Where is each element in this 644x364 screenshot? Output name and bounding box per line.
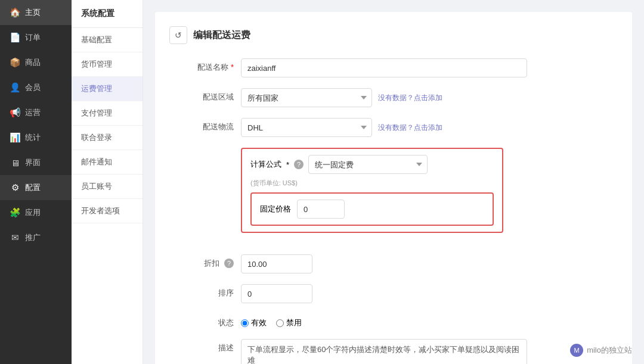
fixed-price-label: 固定价格	[260, 204, 291, 214]
sidebar-item-marketing[interactable]: 📢 运营	[0, 100, 72, 125]
watermark-text: milo的独立站	[587, 345, 632, 356]
name-row: 配送名称 *	[169, 58, 618, 77]
sidebar-label-products: 商品	[25, 57, 41, 68]
discount-row: 折扣 ?	[169, 254, 618, 273]
sidebar-item-promote[interactable]: ✉ 推广	[0, 225, 72, 250]
formula-label: 计算公式	[250, 159, 281, 170]
discount-input[interactable]	[241, 254, 312, 273]
sub-sidebar-item-currency[interactable]: 货币管理	[72, 52, 143, 77]
fixed-price-box: 固定价格	[250, 192, 494, 226]
desc-row: 描述 下单流程显示，尽量60个字符内描述清楚时效等，减小买家下单疑惑以及阅读困难	[169, 339, 618, 364]
status-row: 状态 有效 禁用	[169, 314, 618, 328]
sidebar-label-ui: 界面	[25, 157, 41, 168]
name-input[interactable]	[241, 58, 527, 77]
marketing-icon: 📢	[10, 107, 20, 118]
sidebar-label-home: 主页	[25, 7, 41, 18]
status-active-label: 有效	[251, 318, 267, 328]
formula-inner-row: 计算公式 * ? 统一固定费	[250, 155, 494, 174]
sort-input[interactable]	[241, 284, 312, 303]
sidebar-item-ui[interactable]: 🖥 界面	[0, 150, 72, 175]
page-card: ↺ 编辑配送运费 配送名称 * 配送区域 所有国家 没有数据？点击添加	[155, 12, 632, 364]
orders-icon: 📄	[10, 32, 20, 43]
back-icon: ↺	[175, 30, 182, 40]
region-select[interactable]: 所有国家	[241, 88, 372, 107]
sub-sidebar-title: 系统配置	[72, 0, 143, 28]
logistics-select[interactable]: DHL	[241, 118, 372, 137]
sidebar-item-config[interactable]: ⚙ 配置	[0, 175, 72, 200]
formula-row: 计算公式 * ? 统一固定费 (货币单位: US$) 固定价格	[169, 148, 618, 244]
name-label: 配送名称 *	[169, 58, 241, 73]
sub-sidebar-item-email[interactable]: 邮件通知	[72, 150, 143, 175]
sort-control	[241, 284, 527, 303]
status-inactive-label: 禁用	[286, 318, 302, 328]
sub-sidebar-item-shipping[interactable]: 运费管理	[72, 77, 143, 101]
formula-control: 计算公式 * ? 统一固定费 (货币单位: US$) 固定价格	[241, 148, 527, 244]
formula-select[interactable]: 统一固定费	[308, 155, 428, 174]
sub-sidebar: 系统配置 基础配置 货币管理 运费管理 支付管理 联合登录 邮件通知 员工账号 …	[72, 0, 143, 364]
status-inactive-radio[interactable]	[276, 319, 284, 327]
desc-label: 描述	[169, 339, 241, 353]
formula-box: 计算公式 * ? 统一固定费 (货币单位: US$) 固定价格	[241, 148, 503, 233]
back-button[interactable]: ↺	[169, 26, 187, 44]
sidebar-item-products[interactable]: 📦 商品	[0, 50, 72, 75]
status-control: 有效 禁用	[241, 314, 527, 328]
region-add-link[interactable]: 没有数据？点击添加	[378, 93, 442, 103]
sidebar-label-members: 会员	[25, 82, 41, 93]
status-label: 状态	[169, 314, 241, 328]
sub-sidebar-item-dev[interactable]: 开发者选项	[72, 199, 143, 223]
region-control: 所有国家 没有数据？点击添加	[241, 88, 527, 107]
ui-icon: 🖥	[10, 158, 20, 168]
logistics-label: 配送物流	[169, 118, 241, 132]
sidebar-label-orders: 订单	[25, 32, 41, 43]
products-icon: 📦	[10, 57, 20, 68]
main-sidebar: 🏠 主页 📄 订单 📦 商品 👤 会员 📢 运营 📊 统计 🖥 界面 ⚙ 配置 …	[0, 0, 72, 364]
status-active-option[interactable]: 有效	[241, 318, 267, 328]
sidebar-label-apps: 应用	[25, 207, 41, 218]
discount-help-icon[interactable]: ?	[224, 259, 234, 268]
logistics-control: DHL 没有数据？点击添加	[241, 118, 527, 137]
sidebar-item-members[interactable]: 👤 会员	[0, 75, 72, 100]
config-icon: ⚙	[10, 182, 20, 193]
watermark: M milo的独立站	[570, 344, 632, 357]
sub-sidebar-item-staff[interactable]: 员工账号	[72, 175, 143, 199]
members-icon: 👤	[10, 82, 20, 93]
status-inactive-option[interactable]: 禁用	[276, 318, 302, 328]
desc-control: 下单流程显示，尽量60个字符内描述清楚时效等，减小买家下单疑惑以及阅读困难	[241, 339, 527, 364]
page-title: 编辑配送运费	[193, 29, 250, 42]
fixed-price-input[interactable]	[297, 200, 345, 219]
sidebar-label-promote: 推广	[25, 232, 41, 243]
sidebar-item-stats[interactable]: 📊 统计	[0, 125, 72, 150]
sidebar-label-marketing: 运营	[25, 107, 41, 118]
sub-sidebar-item-login[interactable]: 联合登录	[72, 126, 143, 150]
sidebar-item-apps[interactable]: 🧩 应用	[0, 200, 72, 225]
home-icon: 🏠	[10, 7, 20, 18]
apps-icon: 🧩	[10, 207, 20, 218]
logistics-row: 配送物流 DHL 没有数据？点击添加	[169, 118, 618, 137]
region-label: 配送区域	[169, 88, 241, 102]
logistics-add-link[interactable]: 没有数据？点击添加	[378, 123, 442, 133]
sub-sidebar-item-basic[interactable]: 基础配置	[72, 28, 143, 52]
sort-label: 排序	[169, 284, 241, 298]
discount-control	[241, 254, 527, 273]
unit-hint: (货币单位: US$)	[250, 179, 494, 188]
sidebar-item-home[interactable]: 🏠 主页	[0, 0, 72, 25]
sub-sidebar-item-payment[interactable]: 支付管理	[72, 101, 143, 126]
stats-icon: 📊	[10, 132, 20, 143]
sort-row: 排序	[169, 284, 618, 303]
region-row: 配送区域 所有国家 没有数据？点击添加	[169, 88, 618, 107]
main-content: ↺ 编辑配送运费 配送名称 * 配送区域 所有国家 没有数据？点击添加	[143, 0, 644, 364]
page-header: ↺ 编辑配送运费	[169, 26, 618, 44]
desc-textarea[interactable]: 下单流程显示，尽量60个字符内描述清楚时效等，减小买家下单疑惑以及阅读困难	[241, 339, 527, 364]
watermark-icon: M	[570, 344, 583, 357]
sidebar-item-orders[interactable]: 📄 订单	[0, 25, 72, 50]
discount-label: 折扣 ?	[169, 254, 241, 269]
fixed-price-area: (货币单位: US$) 固定价格	[250, 179, 494, 226]
status-active-radio[interactable]	[241, 319, 249, 327]
name-control	[241, 58, 527, 77]
sidebar-label-stats: 统计	[25, 132, 41, 143]
sidebar-label-config: 配置	[25, 182, 41, 193]
formula-spacer	[169, 148, 241, 151]
formula-help-icon[interactable]: ?	[294, 160, 304, 169]
promote-icon: ✉	[10, 232, 20, 243]
